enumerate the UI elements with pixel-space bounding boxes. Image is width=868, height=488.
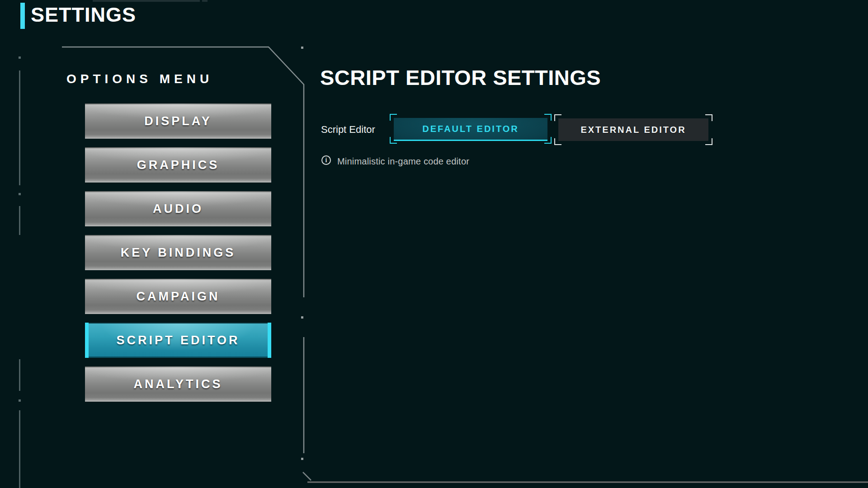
sidebar-item-display[interactable]: DISPLAY bbox=[85, 103, 271, 139]
sidebar-item-key-bindings[interactable]: KEY BINDINGS bbox=[85, 235, 271, 270]
settings-screen: SETTINGS OPTIONS MENU DISPLAY GRAPHICS A… bbox=[0, 0, 868, 488]
title-accent-bar bbox=[20, 3, 25, 29]
external-editor-label: EXTERNAL EDITOR bbox=[580, 125, 686, 135]
bracket-corner-icon bbox=[390, 137, 397, 144]
sidebar-item-audio[interactable]: AUDIO bbox=[85, 191, 271, 226]
options-menu: DISPLAY GRAPHICS AUDIO KEY BINDINGS CAMP… bbox=[85, 103, 271, 410]
bracket-corner-icon bbox=[390, 114, 397, 121]
bracket-corner-icon bbox=[705, 138, 712, 145]
panel-title: SCRIPT EDITOR SETTINGS bbox=[320, 67, 601, 88]
external-editor-button[interactable]: EXTERNAL EDITOR bbox=[558, 118, 708, 141]
info-icon: i bbox=[321, 155, 331, 165]
sidebar-item-campaign[interactable]: CAMPAIGN bbox=[85, 279, 271, 314]
left-edge-dots bbox=[19, 56, 21, 402]
setting-label: Script Editor bbox=[321, 124, 375, 136]
bracket-corner-icon bbox=[554, 138, 561, 145]
bracket-corner-icon bbox=[705, 114, 712, 121]
bottom-corner-diagonal bbox=[303, 472, 311, 480]
options-menu-heading: OPTIONS MENU bbox=[66, 72, 213, 86]
default-editor-label: DEFAULT EDITOR bbox=[422, 124, 519, 134]
bracket-corner-icon bbox=[544, 137, 552, 144]
sidebar-item-graphics[interactable]: GRAPHICS bbox=[85, 147, 271, 183]
divider-dots bbox=[301, 47, 303, 460]
default-editor-button[interactable]: DEFAULT EDITOR bbox=[394, 118, 547, 141]
setting-description: Minimalistic in-game code editor bbox=[337, 156, 469, 167]
bracket-corner-icon bbox=[544, 114, 552, 121]
sidebar-item-script-editor[interactable]: SCRIPT EDITOR bbox=[85, 323, 271, 358]
bracket-corner-icon bbox=[554, 114, 561, 121]
sidebar-item-analytics[interactable]: ANALYTICS bbox=[85, 366, 271, 402]
page-title: SETTINGS bbox=[31, 4, 136, 26]
